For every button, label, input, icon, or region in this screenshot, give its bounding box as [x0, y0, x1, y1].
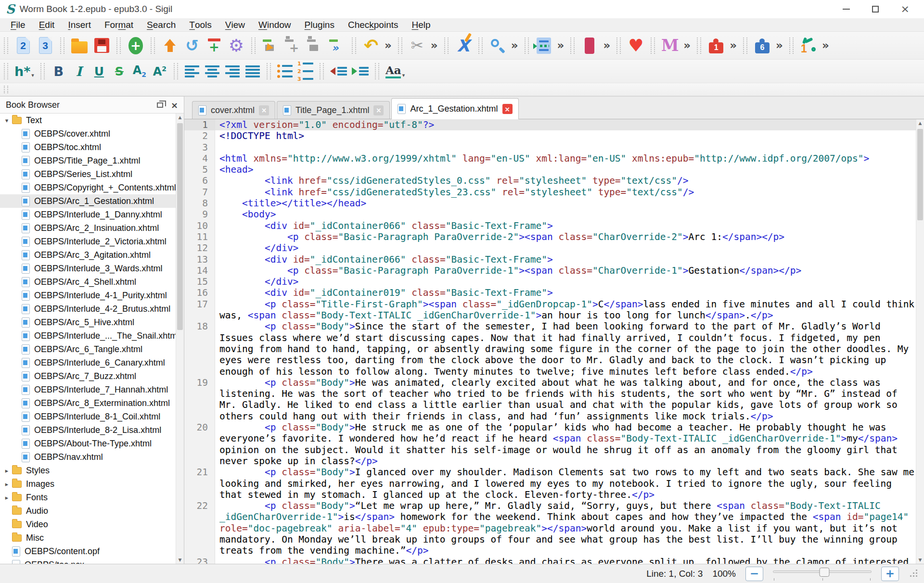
strikethrough-button[interactable]: S — [109, 62, 129, 81]
tree-item-oebps-cover-xhtml[interactable]: OEBPS/cover.xhtml — [0, 127, 176, 140]
tree-item-oebps-interlude-8-2-lisa-xhtml[interactable]: OEBPS/Interlude_8-2_Lisa.xhtml — [0, 423, 176, 437]
align-left-button[interactable] — [182, 62, 202, 81]
overflow-chevron-icon[interactable]: » — [509, 40, 521, 51]
tree-item-oebps-arc-4-shell-xhtml[interactable]: OEBPS/Arc_4_Shell.xhtml — [0, 275, 176, 289]
underline-button[interactable]: U — [89, 62, 109, 81]
tab-arc-1-gestation-xhtml[interactable]: Arc_1_Gestation.xhtml× — [391, 98, 518, 119]
tree-item-oebps-nav-xhtml[interactable]: OEBPS/nav.xhtml — [0, 450, 176, 464]
outdent-button[interactable] — [328, 62, 349, 81]
code-line-text[interactable]: </div> — [215, 276, 916, 287]
menu-window[interactable]: Window — [252, 18, 298, 31]
code-line-text[interactable]: <p class="Body">“Let me wrap up here,” M… — [215, 500, 916, 556]
tree-item-oebps-arc-5-hive-xhtml[interactable]: OEBPS/Arc_5_Hive.xhtml — [0, 316, 176, 329]
zoom-out-button[interactable]: − — [745, 567, 763, 581]
menu-edit[interactable]: Edit — [32, 18, 62, 31]
split-at-cursor-button[interactable] — [259, 35, 282, 57]
editor-scrollbar[interactable]: ▲ ▼ — [916, 119, 924, 564]
casing-button[interactable]: Aa▾ — [383, 62, 407, 81]
code-line-text[interactable] — [215, 142, 916, 153]
tree-item-oebps-interlude-7-hannah-xhtml[interactable]: OEBPS/Interlude_7_Hannah.xhtml — [0, 383, 176, 396]
overflow-chevron-icon[interactable]: » — [773, 40, 785, 51]
scroll-down-icon[interactable]: ▼ — [176, 556, 184, 564]
menu-help[interactable]: Help — [405, 18, 437, 31]
tree-item-oebps-arc-6-tangle-xhtml[interactable]: OEBPS/Arc_6_Tangle.xhtml — [0, 342, 176, 356]
tree-item-oebps-interlude-4-1-purity-xhtml[interactable]: OEBPS/Interlude_4-1_Purity.xhtml — [0, 289, 176, 302]
numbered-list-button[interactable]: 123 — [295, 62, 316, 81]
menu-tools[interactable]: Tools — [182, 18, 218, 31]
scroll-up-icon[interactable]: ▲ — [176, 114, 184, 121]
superscript-button[interactable]: A2 — [150, 62, 170, 81]
code-line-text[interactable]: <p class="Body">He struck me as one of t… — [215, 422, 916, 467]
menu-search[interactable]: Search — [140, 18, 182, 31]
code-line-text[interactable]: <div id="_idContainer066" class="Basic-T… — [215, 254, 916, 265]
subscript-button[interactable]: A2 — [129, 62, 150, 81]
zoom-slider-handle[interactable] — [819, 568, 829, 577]
tree-item-oebps-interlude-1-danny-xhtml[interactable]: OEBPS/Interlude_1_Danny.xhtml — [0, 208, 176, 221]
tab-close-button[interactable]: × — [373, 105, 384, 115]
zoom-slider[interactable] — [773, 566, 872, 582]
code-line-text[interactable]: <link href="css/idGeneratedStyles_23.css… — [215, 187, 916, 198]
code-line-text[interactable]: <div id="_idContainer019" class="Basic-T… — [215, 287, 916, 298]
expand-arrow-icon[interactable]: ▾ — [3, 117, 11, 124]
editor-scrollbar-thumb[interactable] — [917, 129, 923, 220]
tree-item-oebps-interlude-8-1-coil-xhtml[interactable]: OEBPS/Interlude_8-1_Coil.xhtml — [0, 410, 176, 423]
tree-item-oebps-title-page-1-xhtml[interactable]: OEBPS/Title_Page_1.xhtml — [0, 154, 176, 167]
tree-item-oebps-interlude-2-victoria-xhtml[interactable]: OEBPS/Interlude_2_Victoria.xhtml — [0, 235, 176, 248]
cut-button[interactable]: ✂ — [406, 35, 428, 57]
plugin-6-button[interactable]: 6 — [751, 35, 773, 57]
menu-format[interactable]: Format — [98, 18, 140, 31]
code-line-text[interactable]: <?xml version="1.0" encoding="utf-8"?> — [215, 119, 916, 130]
plugin-1-button[interactable]: 1 — [705, 35, 727, 57]
donate-button[interactable]: ♥ — [625, 35, 647, 57]
split-after-button[interactable] — [304, 35, 326, 57]
spellcheck-button[interactable]: X — [452, 35, 475, 57]
expand-arrow-icon[interactable]: ▸ — [3, 467, 11, 474]
tree-item-oebps-arc-3-agitation-xhtml[interactable]: OEBPS/Arc_3_Agitation.xhtml — [0, 248, 176, 262]
code-line-text[interactable]: <title></title></head> — [215, 198, 916, 209]
tree-item-oebps-arc-1-gestation-xhtml[interactable]: OEBPS/Arc_1_Gestation.xhtml — [0, 194, 176, 208]
close-panel-icon[interactable]: × — [171, 100, 178, 110]
scroll-down-icon[interactable]: ▼ — [916, 556, 924, 564]
undo-button[interactable]: ↶ — [360, 35, 382, 57]
tree-item-oebps-about-the-type-xhtml[interactable]: OEBPS/About-The-Type.xhtml — [0, 437, 176, 450]
insert-split-button[interactable]: + — [203, 35, 225, 57]
tree-item-video[interactable]: Video — [0, 518, 176, 531]
resize-grip[interactable] — [911, 570, 918, 578]
code-line-text[interactable]: <p class="Basic-Paragraph ParaOverride-2… — [215, 231, 916, 242]
overflow-chevron-icon[interactable]: » — [382, 40, 394, 51]
code-line-text[interactable]: <p class="Body">He was animated, clearly… — [215, 377, 916, 422]
code-line-text[interactable]: <p class="Basic-Paragraph ParaOverride-1… — [215, 265, 916, 276]
tab-cover-xhtml[interactable]: cover.xhtml× — [192, 101, 275, 119]
tree-item-fonts[interactable]: ▸Fonts — [0, 491, 176, 504]
tab-title-page-1-xhtml[interactable]: Title_Page_1.xhtml× — [277, 101, 390, 119]
epub3-button[interactable]: 3 — [34, 35, 56, 57]
heading-button[interactable]: h*▾ — [12, 62, 37, 81]
bold-button[interactable]: B — [49, 62, 69, 81]
minimize-button[interactable] — [843, 9, 850, 10]
tree-item-styles[interactable]: ▸Styles — [0, 464, 176, 477]
tree-item-misc[interactable]: Misc — [0, 531, 176, 545]
tree-item-oebps-interlude-4-2-brutus-xhtml[interactable]: OEBPS/Interlude_4-2_Brutus.xhtml — [0, 302, 176, 316]
tree-item-oebps-arc-7-buzz-xhtml[interactable]: OEBPS/Arc_7_Buzz.xhtml — [0, 369, 176, 383]
overflow-chevron-icon[interactable]: » — [555, 40, 567, 51]
tree-item-oebps-interlude-the-snail-xhtml[interactable]: OEBPS/Interlude_..._The_Snail.xhtml — [0, 329, 176, 342]
tree-item-oebps-arc-8-extermination-xhtml[interactable]: OEBPS/Arc_8_Extermination.xhtml — [0, 396, 176, 410]
tree-scrollbar[interactable]: ▲ ▼ — [176, 114, 184, 564]
tree-item-oebps-toc-xhtml[interactable]: OEBPS/toc.xhtml — [0, 140, 176, 154]
find-button[interactable] — [487, 35, 509, 57]
tree-item-oebps-arc-2-insinuation-xhtml[interactable]: OEBPS/Arc_2_Insinuation.xhtml — [0, 221, 176, 235]
bullet-list-button[interactable] — [275, 62, 295, 81]
add-new-button[interactable]: + — [125, 35, 147, 57]
scroll-up-icon[interactable]: ▲ — [916, 119, 924, 127]
special-characters-button[interactable] — [533, 35, 555, 57]
align-center-button[interactable] — [202, 62, 222, 81]
code-line-text[interactable]: <p class="Body">I glanced over my should… — [215, 467, 916, 500]
split-before-button[interactable]: + — [282, 35, 304, 57]
bookmark-button[interactable] — [578, 35, 601, 57]
plugin-run-button[interactable]: 1 — [797, 35, 820, 57]
indent-button[interactable] — [349, 62, 371, 81]
close-button[interactable]: × — [901, 6, 910, 13]
menu-file[interactable]: File — [4, 18, 32, 31]
tree-scrollbar-thumb[interactable] — [177, 123, 183, 330]
code-line-text[interactable]: <p class="Body">Since the start of the s… — [215, 321, 916, 377]
